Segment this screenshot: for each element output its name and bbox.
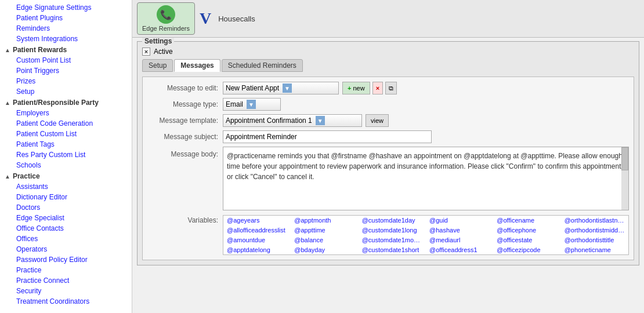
message-type-select[interactable]: Email ▼ <box>223 98 281 111</box>
variable-item[interactable]: @orthodontistmiddleinitia <box>561 225 628 235</box>
sidebar-item-office-contacts[interactable]: Office Contacts <box>0 223 132 234</box>
variable-item[interactable]: @officestate <box>493 235 560 245</box>
sidebar-item-prizes[interactable]: Prizes <box>0 76 132 86</box>
chevron-icon: ▲ <box>5 173 10 180</box>
variable-item[interactable]: @allofficeaddresslist <box>223 225 291 235</box>
settings-section: Settings × Active Setup Messages Schedul… <box>132 38 644 313</box>
sidebar-item-system-integrations[interactable]: System Integrations <box>0 34 132 44</box>
tab-housecalls-label[interactable]: Housecalls <box>216 14 255 23</box>
sidebar-item-setup[interactable]: Setup <box>0 86 132 97</box>
message-to-edit-row: Message to edit: New Patient Appt ▼ + ne… <box>147 82 629 94</box>
active-checkbox[interactable]: × <box>142 48 150 56</box>
message-subject-label: Message subject: <box>147 133 223 141</box>
variable-item[interactable]: @appttime <box>291 225 358 235</box>
variable-item[interactable]: @customdate1long <box>359 225 426 235</box>
sidebar-item-employers[interactable]: Employers <box>0 108 132 118</box>
variables-label: Variables: <box>147 215 223 224</box>
tab-messages[interactable]: Messages <box>174 59 220 72</box>
sidebar-item-offices[interactable]: Offices <box>0 234 132 244</box>
message-subject-input[interactable] <box>223 130 432 143</box>
variable-item[interactable]: @officephone <box>493 225 560 235</box>
message-template-select[interactable]: Appointment Confirmation 1 ▼ <box>223 114 362 127</box>
variable-item[interactable]: @phoneticname <box>561 245 628 254</box>
sidebar-item-edge-specialist[interactable]: Edge Specialist <box>0 213 132 223</box>
dropdown-arrow-icon[interactable]: ▼ <box>316 116 325 125</box>
sidebar-item-edge-signature[interactable]: Edge Signature Settings <box>0 2 132 13</box>
variable-item[interactable]: @officename <box>493 216 560 225</box>
scrollbar-track <box>621 147 628 210</box>
sidebar-item-point-triggers[interactable]: Point Triggers <box>0 65 132 76</box>
sidebar-item-schools[interactable]: Schools <box>0 160 132 170</box>
inner-tabs: Setup Messages Scheduled Reminders <box>142 59 634 72</box>
sidebar-group-patient-party[interactable]: ▲ Patient/Responsible Party <box>0 97 132 108</box>
sidebar-item-patient-code-gen[interactable]: Patient Code Generation <box>0 118 132 129</box>
message-type-label: Message type: <box>147 100 223 108</box>
variable-item[interactable]: @amountdue <box>223 235 291 245</box>
sidebar-item-practice[interactable]: Practice <box>0 265 132 275</box>
sidebar-group-practice[interactable]: ▲ Practice <box>0 170 132 181</box>
dropdown-arrow-icon[interactable]: ▼ <box>247 100 256 109</box>
new-button[interactable]: + new <box>342 82 370 94</box>
sidebar: Edge Signature Settings Patient Plugins … <box>0 0 132 313</box>
variable-item[interactable]: @officezipcode <box>493 245 560 254</box>
sidebar-item-operators[interactable]: Operators <box>0 244 132 254</box>
variable-item[interactable]: @guid <box>426 216 493 225</box>
variables-row: Variables: @ageyears@apptmonth@customdat… <box>147 215 629 255</box>
sidebar-item-doctors[interactable]: Doctors <box>0 202 132 213</box>
variable-item[interactable]: @hashave <box>426 225 493 235</box>
sidebar-item-patient-custom-list[interactable]: Patient Custom List <box>0 129 132 139</box>
tab-setup[interactable]: Setup <box>142 59 173 72</box>
variable-item[interactable]: @apptmonth <box>291 216 358 225</box>
message-to-edit-value: New Patient Appt <box>226 84 279 92</box>
variable-item[interactable]: @mediaurl <box>426 235 493 245</box>
active-row: × Active <box>142 48 634 56</box>
message-to-edit-select[interactable]: New Patient Appt ▼ <box>223 82 339 94</box>
form-content: Message to edit: New Patient Appt ▼ + ne… <box>142 77 634 260</box>
variable-item[interactable]: @customdate1day <box>359 216 426 225</box>
message-type-value: Email <box>226 100 243 108</box>
sidebar-item-practice-connect[interactable]: Practice Connect <box>0 275 132 286</box>
sidebar-item-assistants[interactable]: Assistants <box>0 181 132 192</box>
message-body-container[interactable]: @practicename reminds you that @firstnam… <box>223 147 629 210</box>
new-label: new <box>353 85 364 92</box>
sidebar-item-reminders[interactable]: Reminders <box>0 23 132 34</box>
variable-item[interactable]: @bdayday <box>291 245 358 254</box>
sidebar-item-security[interactable]: Security <box>0 286 132 296</box>
message-body-label: Message body: <box>147 147 223 210</box>
chevron-icon: ▲ <box>5 100 10 106</box>
active-label: Active <box>154 48 173 56</box>
sidebar-item-custom-point-list[interactable]: Custom Point List <box>0 55 132 65</box>
sidebar-item-password-policy-editor[interactable]: Password Policy Editor <box>0 254 132 265</box>
phone-icon: 📞 <box>157 5 175 24</box>
tab-housecalls[interactable]: V <box>197 6 214 31</box>
variable-item[interactable]: @ageyears <box>223 216 291 225</box>
tab-edge-reminders-label: Edge Reminders <box>142 25 190 32</box>
message-subject-row: Message subject: <box>147 130 629 143</box>
scrollbar-thumb[interactable] <box>621 147 628 170</box>
variable-item[interactable]: @customdate1month <box>359 235 426 245</box>
main-content: 📞 Edge Reminders V Housecalls Settings ×… <box>132 0 644 313</box>
tab-scheduled-reminders[interactable]: Scheduled Reminders <box>222 59 303 72</box>
copy-button[interactable]: ⧉ <box>385 82 397 94</box>
variable-item[interactable]: @apptdatelong <box>223 245 291 254</box>
sidebar-item-patient-tags[interactable]: Patient Tags <box>0 139 132 150</box>
sidebar-item-res-party-custom-list[interactable]: Res Party Custom List <box>0 150 132 160</box>
delete-button[interactable]: × <box>372 82 383 94</box>
variable-item[interactable]: @orthodontistlastname <box>561 216 628 225</box>
view-button[interactable]: view <box>366 114 389 127</box>
tab-edge-reminders[interactable]: 📞 Edge Reminders <box>137 2 195 35</box>
sidebar-item-patient-plugins[interactable]: Patient Plugins <box>0 13 132 23</box>
variable-item[interactable]: @officeaddress1 <box>426 245 493 254</box>
plus-icon: + <box>348 85 351 92</box>
sidebar-item-dictionary-editor[interactable]: Dictionary Editor <box>0 192 132 202</box>
sidebar-item-treatment-coordinators[interactable]: Treatment Coordinators <box>0 296 132 307</box>
top-tabs-bar: 📞 Edge Reminders V Housecalls <box>132 0 644 38</box>
variable-item[interactable]: @customdate1short <box>359 245 426 254</box>
variable-item[interactable]: @balance <box>291 235 358 245</box>
dropdown-arrow-icon[interactable]: ▼ <box>283 83 292 93</box>
variable-item[interactable]: @orthodontisttitle <box>561 235 628 245</box>
sidebar-group-patient-rewards[interactable]: ▲ Patient Rewards <box>0 44 132 55</box>
message-template-value: Appointment Confirmation 1 <box>226 117 312 125</box>
variables-section: Variables: @ageyears@apptmonth@customdat… <box>147 215 629 255</box>
message-type-row: Message type: Email ▼ <box>147 98 629 111</box>
